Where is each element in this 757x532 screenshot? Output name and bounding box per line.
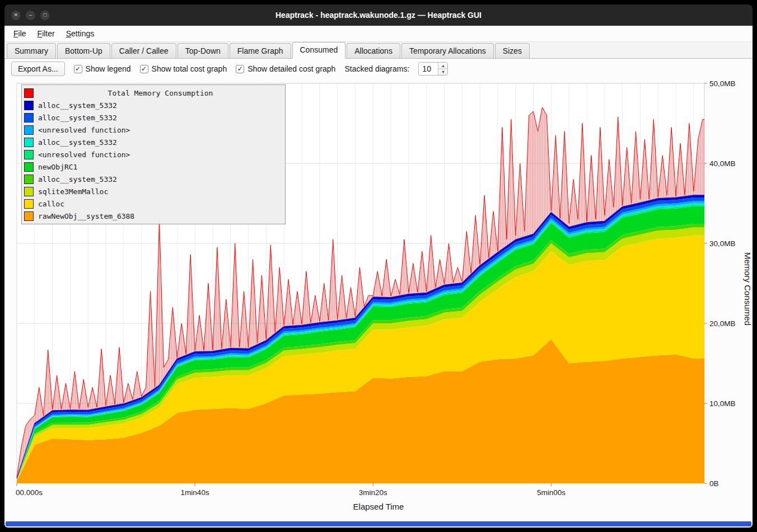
checkbox-label: Show total cost graph [152, 64, 227, 73]
legend-item-label: alloc__system_5332 [38, 138, 117, 147]
legend-swatch-icon [24, 113, 34, 123]
tab-sizes[interactable]: Sizes [495, 43, 530, 58]
tab-summary[interactable]: Summary [7, 43, 56, 58]
legend-swatch-icon [24, 175, 34, 184]
legend-item-label: newObjRC1 [38, 163, 77, 171]
chart-area: 0B10,0MB20,0MB30,0MB40,0MB50,0MB00.000s1… [4, 79, 753, 502]
export-as-button[interactable]: Export As... [11, 62, 65, 76]
menu-settings[interactable]: Settings [60, 27, 100, 40]
legend-swatch-icon [24, 125, 34, 135]
legend-swatch-icon [24, 138, 34, 147]
y-tick-label: 0B [709, 479, 719, 488]
tab-temporary-allocations[interactable]: Temporary Allocations [401, 43, 494, 58]
legend-item-label: sqlite3MemMalloc [38, 187, 108, 196]
spinner-value: 10 [419, 63, 438, 75]
legend-swatch-icon [24, 187, 34, 196]
y-tick-label: 30,0MB [709, 239, 736, 248]
heaptrack-window: ✕ – □ Heaptrack - heaptrack.wakunode.1.g… [0, 0, 757, 532]
legend-item: alloc__system_5332 [24, 99, 283, 111]
x-tick-label: 5min00s [537, 488, 566, 497]
checkbox-show-detailed-cost-graph[interactable]: ✓Show detailed cost graph [236, 64, 335, 73]
tab-caller-callee[interactable]: Caller / Callee [111, 43, 176, 58]
legend-item: <unresolved function> [24, 148, 283, 161]
legend-item-label: alloc__system_5332 [38, 175, 117, 183]
window-title: Heaptrack - heaptrack.wakunode.1.gz — He… [4, 11, 753, 20]
stacked-diagrams-spinner[interactable]: 10 ▲ ▼ [418, 62, 448, 76]
tab-flame-graph[interactable]: Flame Graph [230, 43, 291, 58]
checkbox-check-icon: ✓ [74, 65, 82, 73]
maximize-icon[interactable]: □ [40, 11, 50, 20]
checkbox-show-legend[interactable]: ✓Show legend [74, 64, 131, 73]
x-tick-label: 00.000s [16, 488, 43, 497]
spinner-arrows: ▲ ▼ [438, 63, 447, 75]
y-tick-label: 20,0MB [709, 319, 736, 328]
menu-file[interactable]: File [8, 27, 32, 40]
legend-item-label: rawNewObj__system_6388 [38, 212, 134, 220]
y-tick-label: 40,0MB [709, 159, 736, 168]
legend-item: newObjRC1 [24, 161, 283, 173]
window-content: FileFilterSettings SummaryBottom-UpCalle… [4, 26, 753, 528]
tabbar: SummaryBottom-UpCaller / CalleeTop-DownF… [4, 42, 753, 59]
menubar: FileFilterSettings [4, 26, 753, 42]
legend-item-label: calloc [38, 200, 64, 208]
checkbox-show-total-cost-graph[interactable]: ✓Show total cost graph [140, 64, 227, 73]
x-axis-title: Elapsed Time [4, 502, 753, 515]
legend-title: Total Memory Consumption [38, 89, 283, 97]
legend-item: alloc__system_5332 [24, 111, 283, 124]
legend-swatch-icon [24, 101, 34, 110]
chart-legend: Total Memory Consumptionalloc__system_53… [21, 84, 286, 224]
legend-item: alloc__system_5332 [24, 173, 283, 185]
legend-item: <unresolved function> [24, 124, 283, 136]
legend-item-label: <unresolved function> [38, 126, 130, 134]
close-icon[interactable]: ✕ [11, 11, 21, 20]
legend-item: calloc [24, 197, 283, 210]
legend-item: sqlite3MemMalloc [24, 185, 283, 197]
tab-top-down[interactable]: Top-Down [177, 43, 228, 58]
spinner-up-icon[interactable]: ▲ [438, 63, 447, 69]
tab-consumed[interactable]: Consumed [292, 42, 346, 59]
toolbar: Export As... ✓Show legend✓Show total cos… [4, 59, 753, 79]
stacked-diagrams-label: Stacked diagrams: [344, 64, 409, 73]
tab-bottom-up[interactable]: Bottom-Up [57, 43, 110, 58]
legend-item-label: alloc__system_5332 [38, 101, 117, 110]
checkbox-group: ✓Show legend✓Show total cost graph✓Show … [74, 64, 336, 73]
legend-swatch-icon [24, 162, 34, 172]
menu-filter[interactable]: Filter [32, 27, 60, 40]
checkbox-label: Show detailed cost graph [247, 64, 335, 73]
y-tick-label: 50,0MB [709, 79, 736, 88]
y-axis-title: Memory Consumed [743, 252, 753, 326]
minimize-icon[interactable]: – [26, 11, 35, 20]
legend-item: alloc__system_5332 [24, 136, 283, 148]
legend-item: rawNewObj__system_6388 [24, 210, 283, 222]
spinner-down-icon[interactable]: ▼ [438, 69, 447, 76]
checkbox-label: Show legend [86, 64, 131, 73]
legend-swatch-icon [24, 150, 34, 159]
legend-swatch-icon [24, 211, 34, 221]
tab-allocations[interactable]: Allocations [347, 43, 400, 58]
checkbox-check-icon: ✓ [236, 65, 244, 73]
y-tick-label: 10,0MB [709, 399, 736, 408]
bottom-accent-bar [6, 521, 751, 526]
x-tick-label: 1min40s [181, 488, 209, 497]
titlebar: ✕ – □ Heaptrack - heaptrack.wakunode.1.g… [4, 4, 753, 26]
x-tick-label: 3min20s [359, 488, 387, 497]
legend-title-row: Total Memory Consumption [24, 87, 283, 99]
legend-swatch-icon [24, 88, 34, 98]
checkbox-check-icon: ✓ [140, 65, 148, 73]
legend-item-label: alloc__system_5332 [38, 114, 117, 122]
legend-swatch-icon [24, 199, 34, 209]
legend-item-label: <unresolved function> [38, 150, 130, 159]
window-controls: ✕ – □ [11, 11, 50, 20]
